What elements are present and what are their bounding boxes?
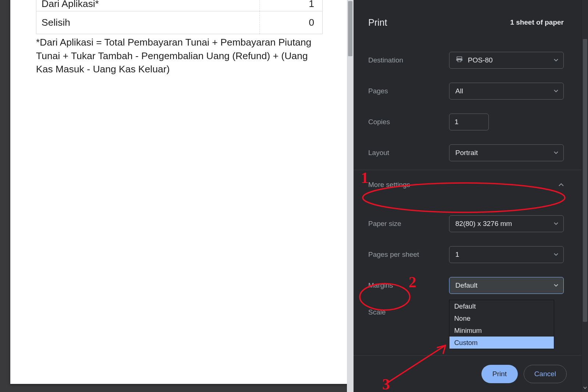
row-layout: Layout Portrait [354,137,581,168]
layout-label: Layout [368,149,449,157]
caret-down-icon [554,222,558,225]
pages-per-sheet-select[interactable]: 1 [449,246,564,263]
row-pages: Pages All [354,76,581,107]
cancel-button[interactable]: Cancel [524,365,567,383]
panel-title: Print [368,17,387,28]
pages-value: All [455,87,463,95]
chevron-up-icon [559,181,564,188]
scrollbar-thumb[interactable] [583,39,587,322]
margins-option-none[interactable]: None [449,312,554,324]
margins-value: Default [455,281,477,289]
margins-option-minimum[interactable]: Minimum [449,324,554,337]
paper-size-label: Paper size [368,220,449,228]
table-row: Dari Aplikasi* 1 [36,0,322,11]
doc-table: Dari Aplikasi* 1 Selisih 0 [36,0,323,34]
pages-label: Pages [368,87,449,95]
scale-label: Scale [368,308,449,316]
layout-value: Portrait [455,149,478,157]
caret-down-icon [554,59,558,62]
panel-scrollbar[interactable] [581,0,588,392]
caret-down-icon [554,151,558,154]
paper-size-select[interactable]: 82(80) x 3276 mm [449,215,564,232]
row-copies: Copies [354,107,581,137]
row-margins: Margins Default [354,270,581,301]
print-settings-panel: Print 1 sheet of paper Destination POS-8… [354,0,588,392]
scrollbar-thumb[interactable] [348,1,352,56]
row-pages-per-sheet: Pages per sheet 1 [354,239,581,270]
caret-down-icon [554,284,558,287]
paper-size-value: 82(80) x 3276 mm [455,220,512,228]
preview-page: Dari Aplikasi* 1 Selisih 0 *Dari Aplikas… [10,0,348,384]
table-row: Selisih 0 [36,11,322,34]
margins-label: Margins [368,281,449,289]
margins-select[interactable]: Default [449,277,564,294]
cell-label: Dari Aplikasi* [36,0,260,11]
margins-option-custom[interactable]: Custom [449,337,554,349]
cell-value: 1 [260,0,322,10]
destination-select[interactable]: POS-80 [449,52,564,69]
panel-header: Print 1 sheet of paper [354,0,581,45]
pages-per-sheet-label: Pages per sheet [368,251,449,259]
copies-input[interactable] [449,114,489,130]
sheet-count: 1 sheet of paper [510,18,564,26]
printer-icon [455,56,463,65]
cell-value: 0 [260,17,322,28]
preview-scrollbar[interactable] [347,0,354,392]
row-destination: Destination POS-80 [354,45,581,76]
print-preview: Dari Aplikasi* 1 Selisih 0 *Dari Aplikas… [0,0,354,392]
scroll-down-arrow-icon[interactable] [583,385,587,391]
more-settings-label: More settings [368,181,410,189]
pages-select[interactable]: All [449,83,564,100]
destination-label: Destination [368,56,449,64]
destination-value: POS-80 [468,56,493,64]
copies-label: Copies [368,118,449,126]
footnote-text: *Dari Aplikasi = Total Pembayaran Tunai … [36,34,323,76]
more-settings-toggle[interactable]: More settings [354,170,581,199]
cell-label: Selisih [36,11,260,34]
print-button[interactable]: Print [481,365,518,383]
row-paper-size: Paper size 82(80) x 3276 mm [354,208,581,239]
pages-per-sheet-value: 1 [455,251,459,259]
caret-down-icon [554,253,558,256]
margins-dropdown-menu: Default None Minimum Custom [449,300,554,349]
caret-down-icon [554,90,558,93]
margins-option-default[interactable]: Default [449,300,554,312]
layout-select[interactable]: Portrait [449,144,564,161]
panel-footer: Print Cancel [354,355,581,392]
